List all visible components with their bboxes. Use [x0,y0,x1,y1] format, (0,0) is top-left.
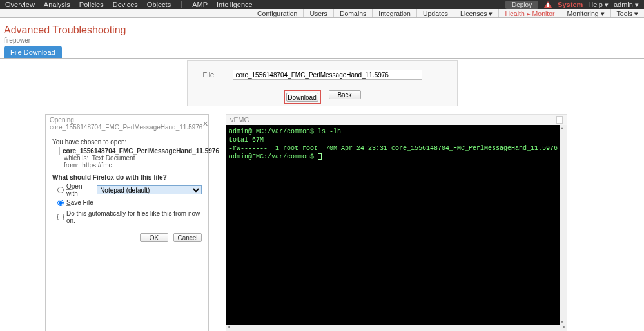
terminal-title-blank [556,116,563,124]
page-subtitle: firepower [4,37,644,44]
sm-monitoring[interactable]: Monitoring ▾ [561,9,610,17]
terminal-title: vFMC [230,116,249,124]
tab-file-download[interactable]: File Download [4,46,62,58]
cursor-icon [318,153,322,160]
nav-system[interactable]: System [558,1,583,8]
nav-admin[interactable]: admin ▾ [614,1,639,9]
tab-row: File Download [0,46,644,59]
term-line-1: total 67M [229,137,264,144]
sm-health[interactable]: Health ▸ Monitor [498,9,560,17]
nav-overview[interactable]: Overview [5,1,35,8]
sm-users[interactable]: Users [303,9,333,17]
vertical-scrollbar[interactable] [560,125,567,325]
download-button[interactable]: Download [286,93,318,102]
term-line-3: admin@FMC:/var/common$ [229,153,318,160]
svg-rect-2 [547,6,549,7]
sm-tools[interactable]: Tools ▾ [610,9,644,17]
ok-button[interactable]: OK [140,233,168,242]
horizontal-scrollbar[interactable] [226,325,567,331]
nav-amp[interactable]: AMP [192,1,208,8]
svg-rect-1 [547,3,549,6]
which-is-value: Text Document [92,155,135,162]
nav-policies[interactable]: Policies [79,1,104,8]
open-with-label: Open with [66,183,94,197]
nav-intelligence[interactable]: Intelligence [217,1,253,8]
deploy-button[interactable]: Deploy [505,1,538,9]
file-icon [59,147,60,155]
term-line-2: -rw------- 1 root root 70M Apr 24 23:31 … [229,145,558,152]
nav-objects[interactable]: Objects [147,1,171,8]
back-button[interactable]: Back [329,90,361,99]
terminal-window: vFMC admin@FMC:/var/common$ ls -lh total… [226,114,567,331]
cancel-button[interactable]: Cancel [173,233,202,242]
nav-devices[interactable]: Devices [113,1,138,8]
dialog-question: What should Firefox do with this file? [52,174,202,181]
download-highlight: Download [284,90,321,104]
sm-configuration[interactable]: Configuration [251,9,303,17]
save-file-label: Save File [66,199,93,206]
which-is-label: which is: [64,155,88,162]
nav-help[interactable]: Help ▾ [588,1,609,9]
auto-checkbox[interactable] [57,214,64,220]
sub-menu: Configuration Users Domains Integration … [0,9,644,18]
file-download-panel: File Download Back [187,60,458,106]
sm-licenses[interactable]: Licenses ▾ [454,9,498,17]
save-file-radio[interactable] [57,200,64,206]
sm-domains[interactable]: Domains [333,9,372,17]
dialog-title: Opening core_1556148704_FMC_PerlMessageH… [50,117,202,131]
dialog-close-icon[interactable]: ✕ [202,120,208,128]
sm-updates[interactable]: Updates [416,9,454,17]
dialog-filename: core_1556148704_FMC_PerlMessageHand_11.5… [63,147,219,155]
terminal[interactable]: admin@FMC:/var/common$ ls -lh total 67M … [226,125,560,325]
alert-icon[interactable] [543,1,552,8]
open-with-radio[interactable] [57,187,64,193]
file-input[interactable] [233,70,422,80]
sm-integration[interactable]: Integration [372,9,416,17]
from-value: https://fmc [82,162,112,169]
from-label: from: [64,162,79,169]
open-with-select[interactable]: Notepad (default) [97,185,202,194]
term-line-0: admin@FMC:/var/common$ ls -lh [229,128,341,135]
auto-label: Do this automatically for files like thi… [66,210,202,224]
file-label: File [203,71,222,79]
nav-analysis[interactable]: Analysis [44,1,70,8]
download-dialog: Opening core_1556148704_FMC_PerlMessageH… [45,114,209,331]
page-title: Advanced Troubleshooting [4,24,644,36]
dialog-chosen: You have chosen to open: [52,138,202,146]
top-menu: Overview Analysis Policies Devices Objec… [0,0,644,9]
